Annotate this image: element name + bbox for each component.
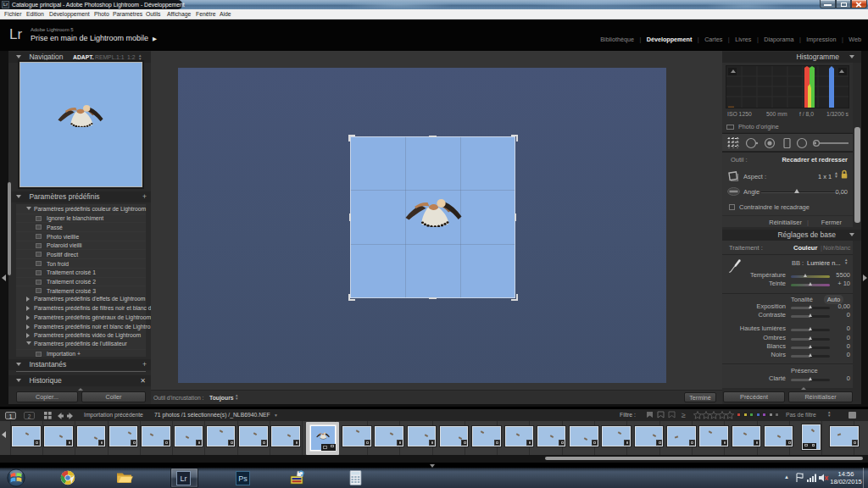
svg-text:≥: ≥ (682, 411, 686, 419)
